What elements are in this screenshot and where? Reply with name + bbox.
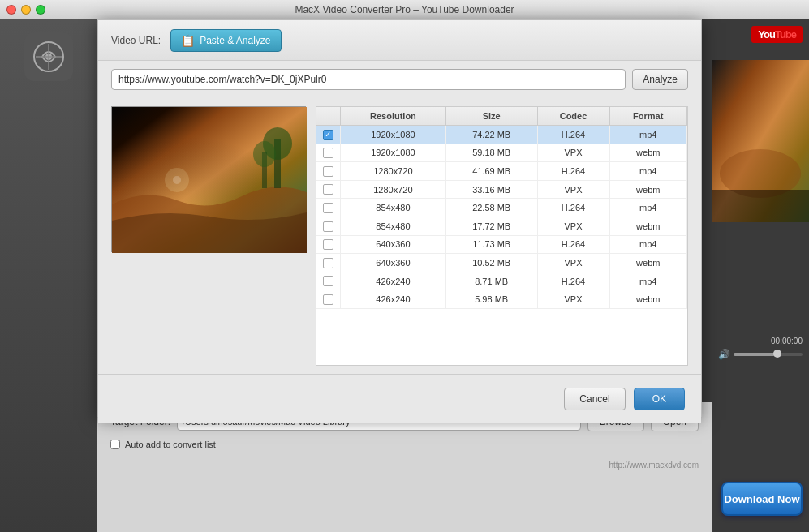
- clipboard-icon: 📋: [181, 34, 195, 47]
- row-checkbox-cell[interactable]: [316, 180, 341, 199]
- col-resolution: 426x240: [341, 290, 446, 309]
- svg-point-14: [253, 141, 276, 167]
- table-header: Resolution Size Codec Format: [316, 107, 687, 126]
- col-resolution: 1920x1080: [341, 126, 446, 144]
- ok-button[interactable]: OK: [634, 388, 685, 410]
- table-row[interactable]: 426x2405.98 MBVPXwebm: [316, 290, 687, 309]
- row-checkbox-cell[interactable]: [316, 144, 341, 162]
- row-checkbox-cell[interactable]: [316, 272, 341, 290]
- table-row[interactable]: 640x36010.52 MBVPXwebm: [316, 254, 687, 272]
- col-resolution: 1280x720: [341, 180, 446, 199]
- format-table-container[interactable]: Resolution Size Codec Format 1920x108074…: [316, 106, 688, 366]
- maximize-button[interactable]: [36, 5, 45, 15]
- url-input[interactable]: [111, 69, 626, 90]
- svg-rect-6: [712, 190, 809, 222]
- auto-add-label: Auto add to convert list: [125, 440, 216, 449]
- tube-text: Tube: [775, 28, 796, 41]
- col-codec: H.264: [537, 162, 609, 181]
- format-checkbox[interactable]: [323, 276, 333, 286]
- col-size: 59.18 MB: [445, 144, 537, 162]
- format-checkbox[interactable]: [323, 239, 333, 250]
- col-resolution: 854x480: [341, 199, 446, 217]
- website-url: http://www.macxdvd.com: [609, 461, 699, 470]
- table-row[interactable]: 1280x72041.69 MBH.264mp4: [316, 162, 687, 181]
- website-url-area: http://www.macxdvd.com: [110, 459, 699, 470]
- col-format: webm: [609, 217, 686, 235]
- download-now-button[interactable]: Download Now: [721, 482, 803, 516]
- col-format: webm: [609, 290, 686, 309]
- col-size: 74.22 MB: [445, 126, 537, 144]
- format-checkbox[interactable]: [323, 184, 333, 195]
- title-bar: MacX Video Converter Pro – YouTube Downl…: [0, 0, 809, 19]
- row-checkbox-cell[interactable]: [316, 254, 341, 272]
- col-size: 33.16 MB: [445, 180, 537, 199]
- col-size: 41.69 MB: [445, 162, 537, 181]
- col-codec: VPX: [537, 180, 609, 199]
- col-codec: VPX: [537, 290, 609, 309]
- col-format: mp4: [609, 126, 686, 144]
- sidebar: [0, 19, 97, 532]
- col-header-resolution: Resolution: [341, 107, 446, 126]
- table-row[interactable]: 1920x108074.22 MBH.264mp4: [316, 126, 687, 144]
- table-row[interactable]: 426x2408.71 MBH.264mp4: [316, 272, 687, 290]
- video-thumbnail: [111, 106, 306, 252]
- col-resolution: 1280x720: [341, 162, 446, 181]
- col-format: mp4: [609, 199, 686, 217]
- col-format: mp4: [609, 235, 686, 254]
- row-checkbox-cell[interactable]: [316, 126, 341, 144]
- col-resolution: 640x360: [341, 254, 446, 272]
- table-row[interactable]: 640x36011.73 MBH.264mp4: [316, 235, 687, 254]
- col-codec: H.264: [537, 199, 609, 217]
- you-text: You: [758, 28, 775, 41]
- minimize-button[interactable]: [21, 5, 31, 15]
- row-checkbox-cell[interactable]: [316, 162, 341, 181]
- format-table: Resolution Size Codec Format 1920x108074…: [316, 107, 687, 309]
- row-checkbox-cell[interactable]: [316, 290, 341, 309]
- col-size: 10.52 MB: [445, 254, 537, 272]
- format-checkbox[interactable]: [323, 221, 333, 232]
- svg-point-10: [173, 176, 181, 184]
- col-format: mp4: [609, 162, 686, 181]
- table-row[interactable]: 1920x108059.18 MBVPXwebm: [316, 144, 687, 162]
- format-checkbox[interactable]: [323, 294, 333, 305]
- format-checkbox[interactable]: [323, 148, 333, 158]
- col-size: 11.73 MB: [445, 235, 537, 254]
- dialog-content: Resolution Size Codec Format 1920x108074…: [98, 98, 701, 374]
- col-codec: H.264: [537, 126, 609, 144]
- col-size: 5.98 MB: [445, 290, 537, 309]
- volume-control[interactable]: 🔊: [718, 349, 803, 360]
- col-codec: H.264: [537, 272, 609, 290]
- col-size: 22.58 MB: [445, 199, 537, 217]
- col-resolution: 1920x1080: [341, 144, 446, 162]
- format-checkbox[interactable]: [323, 166, 333, 177]
- format-checkbox[interactable]: [323, 203, 333, 213]
- cancel-button[interactable]: Cancel: [564, 388, 625, 410]
- col-resolution: 640x360: [341, 235, 446, 254]
- volume-slider[interactable]: [734, 353, 803, 356]
- format-checkbox[interactable]: [323, 258, 333, 268]
- format-checkbox[interactable]: [323, 130, 333, 140]
- dialog-toolbar: Video URL: 📋 Paste & Analyze: [98, 20, 701, 61]
- paste-analyze-button[interactable]: 📋 Paste & Analyze: [170, 29, 281, 52]
- close-button[interactable]: [6, 5, 16, 15]
- row-checkbox-cell[interactable]: [316, 235, 341, 254]
- auto-add-checkbox[interactable]: [110, 440, 120, 449]
- col-format: webm: [609, 180, 686, 199]
- col-format: webm: [609, 144, 686, 162]
- table-row[interactable]: 854x48022.58 MBH.264mp4: [316, 199, 687, 217]
- auto-add-row: Auto add to convert list: [110, 440, 699, 449]
- window-controls[interactable]: [6, 5, 45, 15]
- right-video-thumbnail: [712, 60, 809, 222]
- row-checkbox-cell[interactable]: [316, 199, 341, 217]
- main-dialog: Video URL: 📋 Paste & Analyze Analyze: [97, 19, 702, 417]
- analyze-button[interactable]: Analyze: [632, 69, 688, 90]
- col-codec: VPX: [537, 217, 609, 235]
- table-row[interactable]: 854x48017.72 MBVPXwebm: [316, 217, 687, 235]
- time-display: 00:00:00: [718, 337, 803, 345]
- col-codec: H.264: [537, 235, 609, 254]
- row-checkbox-cell[interactable]: [316, 217, 341, 235]
- col-codec: VPX: [537, 254, 609, 272]
- table-row[interactable]: 1280x72033.16 MBVPXwebm: [316, 180, 687, 199]
- youtube-logo: YouTube: [751, 26, 803, 43]
- col-resolution: 426x240: [341, 272, 446, 290]
